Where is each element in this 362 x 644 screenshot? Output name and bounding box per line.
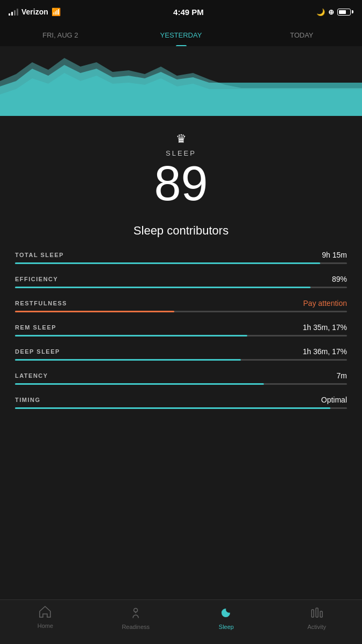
current-date-tab[interactable]: YESTERDAY bbox=[121, 24, 241, 46]
metric-value-5: 7m bbox=[337, 371, 347, 380]
status-bar: Verizon 📶 4:49 PM 🌙 ⊕ bbox=[0, 0, 362, 24]
status-left: Verizon 📶 bbox=[9, 8, 61, 16]
metric-value-0: 9h 15m bbox=[322, 251, 347, 259]
metric-name-1: EFFICIENCY bbox=[15, 276, 58, 282]
progress-track-2 bbox=[15, 311, 347, 312]
prev-date-tab[interactable]: FRI, AUG 2 bbox=[0, 24, 121, 46]
progress-fill-5 bbox=[15, 383, 264, 385]
moon-icon: 🌙 bbox=[316, 8, 325, 16]
svg-rect-4 bbox=[312, 610, 314, 617]
readiness-label: Readiness bbox=[122, 624, 150, 630]
metric-value-3: 1h 35m, 17% bbox=[303, 323, 348, 332]
progress-fill-3 bbox=[15, 335, 247, 336]
progress-track-0 bbox=[15, 262, 347, 264]
time-label: 4:49 PM bbox=[173, 8, 204, 17]
next-date-label: TODAY bbox=[290, 31, 314, 39]
metric-value-4: 1h 36m, 17% bbox=[303, 347, 348, 356]
progress-track-4 bbox=[15, 359, 347, 361]
activity-label: Activity bbox=[307, 624, 326, 630]
sleep-score-value: 89 bbox=[0, 159, 362, 208]
metric-name-6: TIMING bbox=[15, 397, 41, 403]
activity-icon bbox=[310, 605, 324, 621]
metric-value-1: 89% bbox=[332, 275, 347, 283]
metric-name-2: RESTFULNESS bbox=[15, 300, 67, 306]
metric-row-total-sleep[interactable]: TOTAL SLEEP9h 15m bbox=[15, 251, 347, 264]
metric-row-rem-sleep[interactable]: REM SLEEP1h 35m, 17% bbox=[15, 323, 347, 336]
battery-icon bbox=[337, 9, 353, 16]
crown-icon: ♛ bbox=[0, 132, 362, 146]
metric-row-restfulness[interactable]: RESTFULNESSPay attention bbox=[15, 299, 347, 312]
metric-row-efficiency[interactable]: EFFICIENCY89% bbox=[15, 275, 347, 288]
sleep-chart bbox=[0, 46, 362, 116]
carrier-label: Verizon bbox=[21, 8, 48, 16]
metrics-container: TOTAL SLEEP9h 15mEFFICIENCY89%RESTFULNES… bbox=[15, 251, 347, 409]
metric-value-2: Pay attention bbox=[303, 299, 347, 308]
readiness-icon bbox=[129, 605, 143, 621]
progress-fill-6 bbox=[15, 407, 330, 409]
next-date-tab[interactable]: TODAY bbox=[241, 24, 362, 46]
bottom-nav-readiness[interactable]: Readiness bbox=[91, 605, 181, 630]
sleep-score-section: ♛ SLEEP 89 bbox=[0, 116, 362, 218]
status-right: 🌙 ⊕ bbox=[316, 8, 353, 16]
bottom-nav-sleep[interactable]: Sleep bbox=[181, 605, 272, 630]
metric-value-6: Optimal bbox=[321, 396, 347, 404]
progress-fill-4 bbox=[15, 359, 241, 361]
progress-fill-0 bbox=[15, 262, 320, 264]
svg-rect-5 bbox=[316, 608, 318, 617]
metric-name-0: TOTAL SLEEP bbox=[15, 252, 64, 258]
home-label: Home bbox=[38, 623, 53, 629]
progress-track-5 bbox=[15, 383, 347, 385]
sleep-icon bbox=[219, 605, 233, 621]
metric-row-latency[interactable]: LATENCY7m bbox=[15, 371, 347, 385]
bottom-navigation: Home Readiness Sleep Activ bbox=[0, 599, 362, 644]
progress-track-3 bbox=[15, 335, 347, 336]
progress-fill-2 bbox=[15, 311, 174, 312]
chart-svg bbox=[0, 46, 362, 116]
bottom-nav-activity[interactable]: Activity bbox=[271, 605, 362, 630]
home-icon bbox=[38, 605, 52, 620]
signal-icon bbox=[9, 9, 18, 16]
bottom-nav-home[interactable]: Home bbox=[0, 605, 91, 629]
current-date-label: YESTERDAY bbox=[160, 31, 202, 39]
metric-name-3: REM SLEEP bbox=[15, 324, 56, 331]
sleep-label-nav: Sleep bbox=[219, 624, 234, 630]
metric-name-4: DEEP SLEEP bbox=[15, 348, 60, 355]
prev-date-label: FRI, AUG 2 bbox=[42, 31, 78, 39]
metric-row-deep-sleep[interactable]: DEEP SLEEP1h 36m, 17% bbox=[15, 347, 347, 361]
svg-rect-6 bbox=[320, 611, 322, 617]
location-icon: ⊕ bbox=[328, 8, 334, 16]
contributors-title: Sleep contributors bbox=[15, 224, 347, 238]
metric-name-5: LATENCY bbox=[15, 372, 48, 379]
date-navigation: FRI, AUG 2 YESTERDAY TODAY bbox=[0, 24, 362, 46]
contributors-section: Sleep contributors TOTAL SLEEP9h 15mEFFI… bbox=[0, 218, 362, 409]
progress-track-1 bbox=[15, 287, 347, 288]
progress-track-6 bbox=[15, 407, 347, 409]
sleep-label: SLEEP bbox=[0, 149, 362, 157]
metric-row-timing[interactable]: TIMINGOptimal bbox=[15, 396, 347, 409]
wifi-icon: 📶 bbox=[51, 8, 61, 16]
progress-fill-1 bbox=[15, 287, 311, 288]
